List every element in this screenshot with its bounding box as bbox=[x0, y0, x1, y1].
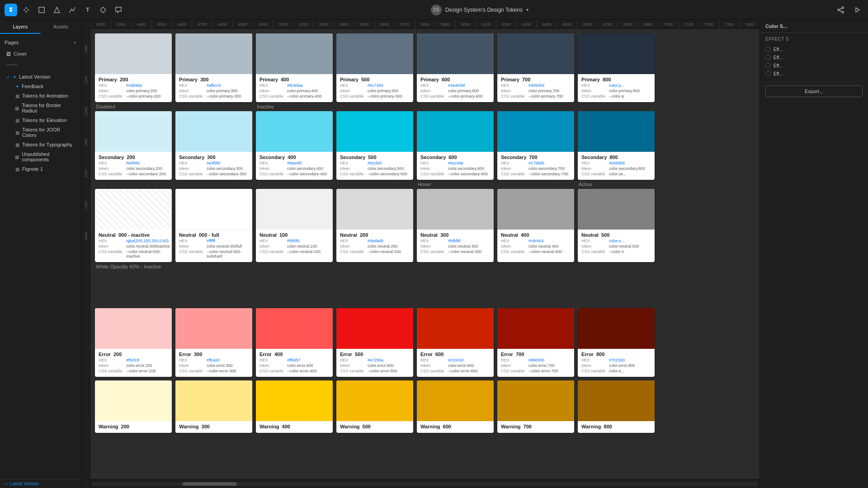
shape-tool[interactable] bbox=[51, 4, 63, 16]
canvas-content: Primary200 HEX#cdd4da tokencolor.primary… bbox=[90, 29, 633, 439]
layer-unpublished[interactable]: ▦ Unpublished components bbox=[2, 150, 79, 164]
ruler-mark: 4900 bbox=[232, 20, 253, 29]
layer-fignote[interactable]: ▦ Fignote 1 bbox=[2, 164, 79, 174]
color-card-warning-400: Warning400 bbox=[256, 380, 333, 433]
check-icon: ✓ bbox=[6, 75, 10, 80]
scrollbar-thumb[interactable] bbox=[183, 482, 237, 486]
layer-border-radius[interactable]: ▦ Tokens for Border Radius bbox=[2, 101, 79, 115]
tab-layers[interactable]: Layers bbox=[0, 20, 41, 34]
layer-joor-colors[interactable]: ▦ Tokens for JOOR Colors bbox=[2, 125, 79, 140]
effects-title: Effect S bbox=[765, 37, 863, 42]
color-swatch bbox=[578, 189, 655, 230]
comment-tool[interactable] bbox=[112, 4, 125, 16]
layer-feedback-label: Feedback bbox=[22, 84, 43, 89]
layer-typography[interactable]: ▦ Tokens for Typography bbox=[2, 140, 79, 149]
color-swatch bbox=[417, 380, 494, 421]
layer-animation[interactable]: ▦ Tokens for Animation bbox=[2, 91, 79, 100]
sidebar-content: Pages + 🖼 Cover ........ ✓ ✦ Latest Vers… bbox=[0, 34, 81, 479]
layer-elevation[interactable]: ▦ Tokens for Elevation bbox=[2, 116, 79, 125]
color-info: Warning800 bbox=[578, 421, 655, 433]
paint-tool[interactable] bbox=[97, 4, 109, 16]
effect-option-3[interactable]: Eff... bbox=[765, 61, 863, 70]
color-card-primary-500: Primary500 HEX#6c7284 tokencolor.primary… bbox=[336, 33, 413, 102]
ruler-mark: 6900 bbox=[638, 20, 658, 29]
ruler-top: 4200 4300 4400 4500 4600 4700 4800 4900 … bbox=[81, 20, 760, 29]
user-avatar: DS bbox=[431, 5, 442, 15]
radio-circle-2 bbox=[765, 55, 771, 60]
share-button[interactable] bbox=[835, 4, 847, 16]
page-dots: ........ bbox=[6, 61, 17, 66]
color-info: Secondary600 HEX#0cc0de tokencolor.secon… bbox=[417, 152, 494, 180]
add-page-button[interactable]: + bbox=[74, 40, 76, 45]
effect-label-1: Eff... bbox=[774, 47, 783, 52]
color-swatch bbox=[578, 111, 655, 152]
effect-option-2[interactable]: Eff... bbox=[765, 53, 863, 61]
color-card-error-300: Error300 HEX#ffca92 tokencolor.error.300… bbox=[175, 308, 252, 377]
grid-icon-3: ▦ bbox=[15, 118, 19, 123]
text-tool[interactable]: T bbox=[81, 4, 94, 16]
color-swatch bbox=[497, 380, 574, 421]
move-tool[interactable] bbox=[20, 4, 33, 16]
color-swatch bbox=[175, 308, 252, 349]
effect-label-3: Eff... bbox=[774, 63, 783, 68]
grid-icon-2: ▦ bbox=[15, 106, 19, 111]
color-card-error-200: Error200 HEX#f9cfc8 tokencolor.error.200… bbox=[95, 308, 172, 377]
sidebar-tabs: Layers Assets bbox=[0, 20, 81, 34]
ruler-mark: 6500 bbox=[557, 20, 577, 29]
color-info: Error500 HEX#e7255a tokencolor.error.500… bbox=[336, 349, 413, 377]
ruler-mark: 7400 bbox=[739, 20, 760, 29]
ruler-mark: 6100 bbox=[476, 20, 496, 29]
effect-label-4: Eff... bbox=[774, 71, 783, 76]
layer-latest-version[interactable]: ✓ ✦ Latest Version bbox=[2, 72, 79, 81]
check-mark: ✓ bbox=[5, 481, 8, 486]
state-labels-2: Hover Active bbox=[95, 182, 628, 187]
grid-icon-6: ▦ bbox=[15, 155, 19, 160]
bottom-scrollbar[interactable] bbox=[90, 479, 760, 488]
color-swatch bbox=[175, 33, 252, 74]
ruler-mark: 4800 bbox=[212, 20, 232, 29]
color-info: Secondary300 HEX#e3f9fd tokencolor.secon… bbox=[175, 152, 252, 180]
frame-tool[interactable] bbox=[35, 4, 48, 16]
ruler-mark: 5800 bbox=[415, 20, 435, 29]
layer-feedback[interactable]: ✦ Feedback bbox=[2, 82, 79, 91]
color-info: Secondary800 HEX#0088b8 tokencolor.secon… bbox=[578, 152, 655, 180]
color-info: Neutral200 HEX#dadad9 tokencolor.neutral… bbox=[336, 230, 413, 258]
radio-circle-3 bbox=[765, 63, 771, 68]
version-item[interactable]: ✓ Latest Version bbox=[5, 481, 76, 486]
color-info: Warning300 bbox=[175, 421, 252, 433]
color-swatch bbox=[95, 308, 172, 349]
ruler-mark: 7000 bbox=[658, 20, 679, 29]
present-button[interactable] bbox=[851, 4, 863, 16]
ruler-mark: 4500 bbox=[151, 20, 172, 29]
page-item-dots[interactable]: ........ bbox=[2, 59, 79, 68]
ruler-mark: 6800 bbox=[618, 20, 638, 29]
scrollbar-track[interactable] bbox=[92, 482, 758, 486]
canvas-scroll[interactable]: Primary200 HEX#cdd4da tokencolor.primary… bbox=[90, 29, 760, 479]
grid-icon: ▦ bbox=[15, 94, 19, 99]
color-info: Primary300 HEX#afbcc5 tokencolor.primary… bbox=[175, 74, 252, 102]
color-info: Neutral300 HEX#bfbfbf tokencolor.neutral… bbox=[417, 230, 494, 258]
color-card-neutral-400: Neutral400 HEX#c8c8c4 tokencolor.neutral… bbox=[497, 189, 574, 262]
title-dropdown[interactable]: ▾ bbox=[526, 7, 528, 12]
effect-option-1[interactable]: Eff... bbox=[765, 45, 863, 53]
sparkle-icon-2: ✦ bbox=[15, 84, 19, 89]
color-swatch bbox=[175, 111, 252, 152]
ruler-mark: 6000 bbox=[455, 20, 476, 29]
color-card-neutral-500: Neutral500 HEXcolor.n... tokencolor.neut… bbox=[578, 189, 655, 262]
color-swatch bbox=[417, 189, 494, 230]
ruler-mark: 5400 bbox=[334, 20, 354, 29]
pen-tool[interactable] bbox=[66, 4, 79, 16]
layer-joor-label: Tokens for JOOR Colors bbox=[22, 127, 75, 138]
color-swatch bbox=[497, 308, 574, 349]
export-button[interactable]: Export... bbox=[765, 85, 863, 97]
ruler-mark: 4300 bbox=[111, 20, 131, 29]
figma-logo[interactable] bbox=[5, 4, 17, 16]
color-card-warning-300: Warning300 bbox=[175, 380, 252, 433]
effect-option-4[interactable]: Eff... bbox=[765, 70, 863, 78]
tab-assets[interactable]: Assets bbox=[41, 20, 81, 34]
effect-label-2: Eff... bbox=[774, 55, 783, 60]
page-item-cover[interactable]: 🖼 Cover bbox=[2, 49, 79, 58]
color-swatch bbox=[497, 189, 574, 230]
svg-rect-0 bbox=[39, 7, 44, 13]
color-swatch bbox=[256, 33, 333, 74]
